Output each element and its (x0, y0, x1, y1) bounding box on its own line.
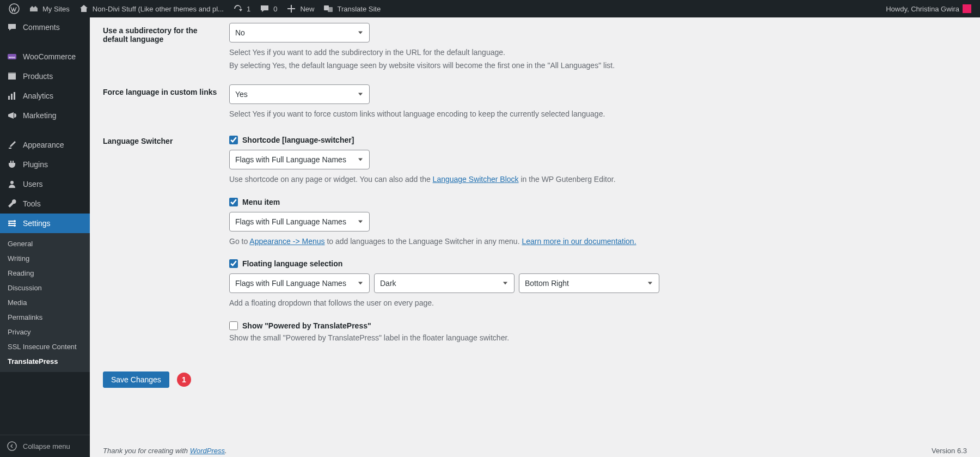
brush-icon (7, 139, 17, 150)
powered-checkbox[interactable] (229, 321, 238, 330)
sidebar-item-label: Marketing (23, 111, 56, 120)
menu-desc: Go to Appearance -> Menus to add languag… (229, 236, 719, 248)
plus-icon (286, 3, 297, 14)
translate-label: Translate Site (337, 5, 381, 13)
admin-sidebar: Comments woo WooCommerce Products Analyt… (0, 17, 90, 457)
floating-style-select[interactable]: Flags with Full Language Names (229, 273, 370, 293)
svg-rect-9 (14, 92, 15, 100)
powered-desc: Show the small "Powered by TranslatePres… (229, 332, 719, 344)
svg-rect-12 (10, 223, 16, 224)
sidebar-item-label: Tools (23, 199, 41, 208)
menu-checkbox[interactable] (229, 198, 238, 206)
submenu-general[interactable]: General (0, 236, 90, 251)
svg-rect-2 (328, 7, 333, 12)
sidebar-item-analytics[interactable]: Analytics (0, 86, 90, 106)
switcher-label: Language Switcher (103, 133, 229, 145)
svg-rect-11 (8, 221, 14, 222)
force-select[interactable]: Yes (229, 84, 370, 104)
new-label: New (300, 5, 314, 13)
sidebar-item-label: Analytics (23, 92, 53, 100)
shortcode-checkbox[interactable] (229, 136, 238, 144)
floating-position-select[interactable]: Bottom Right (519, 273, 659, 293)
svg-point-15 (8, 222, 10, 224)
switcher-block-link[interactable]: Language Switcher Block (433, 175, 519, 184)
submenu-ssl-insecure[interactable]: SSL Insecure Content (0, 339, 90, 354)
sidebar-item-comments[interactable]: Comments (0, 17, 90, 37)
floating-checkbox[interactable] (229, 259, 238, 268)
sidebar-item-label: WooCommerce (23, 52, 76, 61)
collapse-menu[interactable]: Collapse menu (0, 435, 90, 457)
woo-icon: woo (7, 51, 17, 62)
floating-desc: Add a floating dropdown that follows the… (229, 297, 719, 309)
version-label: Version 6.3 (932, 447, 967, 455)
admin-footer: Thank you for creating with WordPress. V… (103, 447, 967, 455)
save-changes-button[interactable]: Save Changes (103, 371, 169, 388)
svg-point-10 (10, 181, 14, 184)
menu-style-select[interactable]: Flags with Full Language Names (229, 212, 370, 231)
products-icon (7, 71, 17, 82)
new-content-menu[interactable]: New (281, 0, 318, 17)
svg-point-16 (14, 224, 16, 227)
submenu-privacy[interactable]: Privacy (0, 325, 90, 339)
sidebar-item-marketing[interactable]: Marketing (0, 106, 90, 125)
updates-menu[interactable]: 1 (228, 0, 255, 17)
settings-submenu: General Writing Reading Discussion Media… (0, 233, 90, 372)
translate-site-menu[interactable]: Translate Site (318, 0, 385, 17)
powered-check-label: Show "Powered by TranslatePress" (242, 321, 371, 330)
force-label: Force language in custom links (103, 84, 229, 96)
sidebar-item-plugins[interactable]: Plugins (0, 155, 90, 174)
howdy-label: Howdy, Christina Gwira (886, 5, 959, 13)
subdir-desc1: Select Yes if you want to add the subdir… (229, 47, 719, 59)
svg-rect-5 (8, 74, 16, 80)
sidebar-item-woocommerce[interactable]: woo WooCommerce (0, 47, 90, 66)
force-desc: Select Yes if you want to force custom l… (229, 108, 719, 120)
svg-text:woo: woo (8, 56, 15, 59)
sidebar-item-products[interactable]: Products (0, 66, 90, 86)
site-name-menu[interactable]: Non-Divi Stuff (Like other themes and pl… (74, 0, 228, 17)
svg-point-14 (14, 220, 16, 222)
svg-rect-8 (11, 94, 13, 100)
subdir-desc2: By selecting Yes, the default language s… (229, 60, 719, 72)
subdir-select[interactable]: No (229, 23, 370, 42)
avatar (963, 4, 971, 13)
submenu-permalinks[interactable]: Permalinks (0, 310, 90, 325)
wp-logo-menu[interactable] (4, 0, 24, 17)
shortcode-style-select[interactable]: Flags with Full Language Names (229, 150, 370, 169)
submenu-media[interactable]: Media (0, 295, 90, 310)
svg-rect-7 (8, 96, 10, 100)
floating-check-label: Floating language selection (242, 259, 342, 268)
updates-count: 1 (247, 5, 250, 13)
settings-content: Use a subdirectory for the default langu… (90, 17, 980, 457)
comment-icon (7, 22, 17, 33)
annotation-badge-1: 1 (177, 373, 191, 387)
sidebar-item-users[interactable]: Users (0, 174, 90, 194)
user-icon (7, 179, 17, 190)
shortcode-check-label: Shortcode [language-switcher] (242, 136, 354, 144)
my-sites-menu[interactable]: My Sites (24, 0, 74, 17)
comment-icon (259, 3, 270, 14)
comments-menu[interactable]: 0 (255, 0, 281, 17)
sidebar-item-label: Settings (23, 219, 51, 228)
sidebar-item-tools[interactable]: Tools (0, 194, 90, 214)
account-menu[interactable]: Howdy, Christina Gwira (881, 0, 976, 17)
updates-icon (232, 3, 243, 14)
admin-topbar: My Sites Non-Divi Stuff (Like other them… (0, 0, 980, 17)
submenu-reading[interactable]: Reading (0, 266, 90, 281)
multisite-icon (28, 3, 39, 14)
footer-thanks-pre: Thank you for creating with (103, 447, 190, 455)
sidebar-item-settings[interactable]: Settings (0, 214, 90, 233)
wordpress-link[interactable]: WordPress (190, 447, 225, 455)
submenu-writing[interactable]: Writing (0, 251, 90, 266)
menu-check-label: Menu item (242, 198, 280, 206)
settings-icon (7, 218, 17, 229)
appearance-menus-link[interactable]: Appearance -> Menus (249, 237, 324, 246)
comments-count: 0 (273, 5, 277, 13)
sidebar-item-label: Plugins (23, 160, 48, 169)
svg-point-17 (8, 442, 16, 450)
translate-icon (323, 3, 334, 14)
floating-theme-select[interactable]: Dark (374, 273, 514, 293)
sidebar-item-appearance[interactable]: Appearance (0, 135, 90, 155)
submenu-translatepress[interactable]: TranslatePress (0, 354, 90, 369)
submenu-discussion[interactable]: Discussion (0, 281, 90, 295)
docs-link[interactable]: Learn more in our documentation. (522, 237, 636, 246)
